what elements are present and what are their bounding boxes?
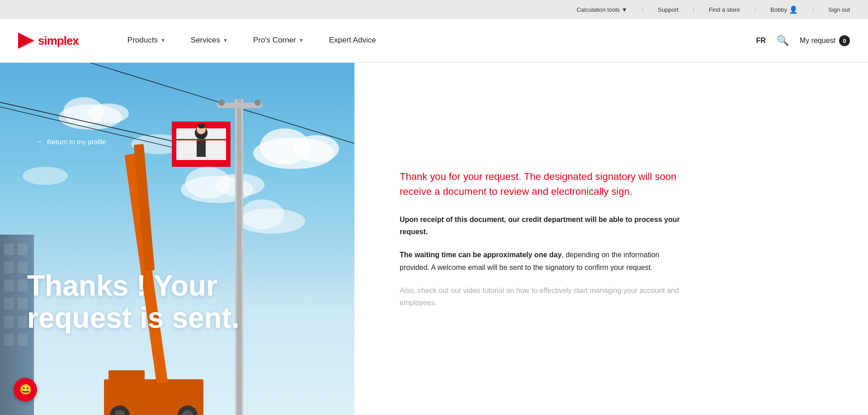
info-para-2-bold: The waiting time can be approximately on… [400,251,561,259]
sign-out-link[interactable]: Sign out [828,6,850,13]
svg-rect-37 [108,370,145,384]
svg-rect-22 [5,298,14,309]
find-store-link[interactable]: Find a store [709,6,740,13]
clouds-svg [0,63,354,415]
svg-rect-47 [172,122,176,167]
chevron-down-icon: ▼ [622,6,627,13]
svg-rect-48 [226,122,231,167]
calculation-tools-link[interactable]: Calculation tools ▼ [576,6,627,13]
info-para-1-text: Upon receipt of this document, our credi… [400,216,680,236]
my-request-label: My request [800,37,835,45]
user-icon: 👤 [789,5,798,14]
svg-rect-18 [5,262,14,273]
user-name[interactable]: Bobby 👤 [770,5,798,14]
request-count-badge: 0 [839,35,850,46]
pros-corner-chevron-icon: ▼ [299,38,304,43]
nav-right: FR 🔍 My request 0 [756,35,850,47]
logo[interactable]: simplex [18,33,79,49]
svg-rect-21 [18,280,27,291]
products-chevron-icon: ▼ [160,38,165,43]
svg-point-3 [294,135,339,162]
pros-corner-label: Pro's Corner [253,36,296,45]
nav-expert-advice[interactable]: Expert Advice [316,19,389,63]
main-nav: simplex Products ▼ Services ▼ Pro's Corn… [0,19,868,63]
user-name-label: Bobby [770,6,787,13]
svg-point-35 [255,99,261,106]
hero-heading: Thanks ! Your request is sent. [27,270,240,334]
products-label: Products [127,36,158,45]
svg-rect-24 [5,316,14,327]
services-chevron-icon: ▼ [223,38,228,43]
nav-pros-corner[interactable]: Pro's Corner ▼ [241,19,316,63]
language-toggle[interactable]: FR [756,37,766,45]
info-block: Upon receipt of this document, our credi… [400,213,689,309]
svg-rect-46 [172,160,231,167]
svg-rect-19 [18,262,27,273]
svg-rect-16 [5,244,14,255]
svg-rect-27 [18,334,27,345]
hero-line1: Thanks ! Your [27,270,240,302]
svg-rect-26 [5,334,14,345]
chat-icon: 😀 [19,384,32,396]
info-para-1: Upon receipt of this document, our credi… [400,213,689,238]
divider4: | [812,6,814,13]
support-link[interactable]: Support [658,6,679,13]
svg-point-6 [88,104,129,123]
logo-icon [18,33,34,49]
svg-rect-20 [5,280,14,291]
my-request-link[interactable]: My request 0 [800,35,850,46]
info-para-3: Also, check out our video tutorial on ho… [400,284,689,309]
top-bar: Calculation tools ▼ | Support | Find a s… [0,0,868,19]
svg-rect-52 [198,124,205,128]
content-area: ← Return to my profile Thanks ! Your req… [0,63,868,415]
hero-line2: request is sent. [27,302,240,334]
search-icon[interactable]: 🔍 [777,35,789,47]
svg-rect-50 [197,139,206,157]
svg-point-13 [241,199,284,229]
chat-widget[interactable]: 😀 [14,378,37,401]
nav-items: Products ▼ Services ▼ Pro's Corner ▼ Exp… [115,19,756,63]
divider1: | [642,6,643,13]
nav-products[interactable]: Products ▼ [115,19,178,63]
back-arrow-icon: ← [36,137,43,146]
expert-advice-label: Expert Advice [329,36,376,45]
services-label: Services [191,36,220,45]
hero-panel: ← Return to my profile Thanks ! Your req… [0,63,354,415]
svg-rect-17 [18,244,27,255]
svg-point-34 [218,99,225,106]
return-to-profile-link[interactable]: ← Return to my profile [36,137,106,146]
right-panel: Thank you for your request. The designat… [354,63,868,415]
nav-services[interactable]: Services ▼ [178,19,241,63]
svg-point-11 [23,167,68,185]
divider3: | [755,6,756,13]
divider2: | [693,6,694,13]
logo-text: simplex [38,34,79,48]
svg-rect-25 [18,316,27,327]
info-para-2: The waiting time can be approximately on… [400,249,689,273]
svg-rect-32 [237,99,241,415]
svg-rect-23 [18,298,27,309]
return-link-label: Return to my profile [47,138,106,146]
calculation-tools-label: Calculation tools [576,6,619,13]
thank-you-message: Thank you for your request. The designat… [400,169,680,199]
svg-marker-0 [18,33,34,49]
